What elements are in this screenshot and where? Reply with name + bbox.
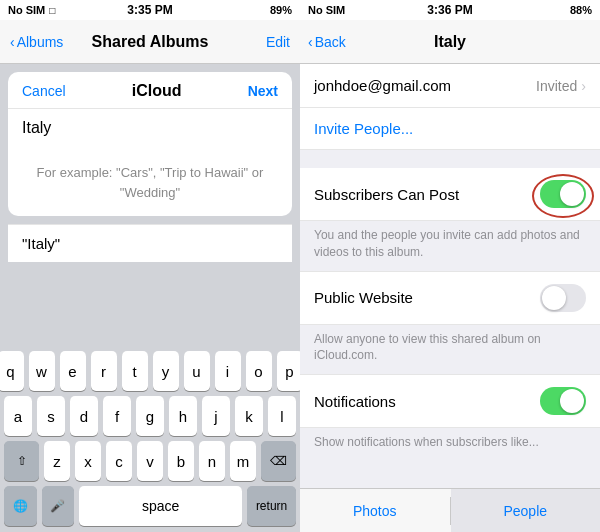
settings-list: jonhdoe@gmail.com Invited › Invite Peopl… xyxy=(300,64,600,532)
notifications-label: Notifications xyxy=(314,393,396,410)
albums-back-label: Albums xyxy=(17,34,64,50)
key-h[interactable]: h xyxy=(169,396,197,436)
public-website-description: Allow anyone to view this shared album o… xyxy=(300,325,600,375)
notifications-description: Show notifications when subscribers like… xyxy=(300,428,600,461)
key-n[interactable]: n xyxy=(199,441,225,481)
key-t[interactable]: t xyxy=(122,351,148,391)
icloud-hint-text: For example: "Cars", "Trip to Hawaii" or… xyxy=(8,147,292,216)
return-key[interactable]: return xyxy=(247,486,296,526)
invite-people-link[interactable]: Invite People... xyxy=(300,108,600,150)
key-v[interactable]: v xyxy=(137,441,163,481)
keyboard-row-1: q w e r t y u i o p xyxy=(4,351,296,391)
key-i[interactable]: i xyxy=(215,351,241,391)
time-left: 3:35 PM xyxy=(127,3,172,17)
carrier-left: No SIM □ xyxy=(8,4,55,16)
key-r[interactable]: r xyxy=(91,351,117,391)
albums-back-btn[interactable]: ‹ Albums xyxy=(10,34,63,50)
cancel-button[interactable]: Cancel xyxy=(22,83,66,99)
public-website-toggle[interactable] xyxy=(540,284,586,312)
key-c[interactable]: c xyxy=(106,441,132,481)
key-x[interactable]: x xyxy=(75,441,101,481)
italy-nav-bar: ‹ Back Italy xyxy=(300,20,600,64)
battery-label-left: 89% xyxy=(270,4,292,16)
battery-label-right: 88% xyxy=(570,4,592,16)
key-o[interactable]: o xyxy=(246,351,272,391)
icloud-dialog: Cancel iCloud Next For example: "Cars", … xyxy=(8,72,292,216)
subscribers-description: You and the people you invite can add ph… xyxy=(300,221,600,271)
left-panel: No SIM □ 3:35 PM 89% ‹ Albums Shared Alb… xyxy=(0,0,300,532)
icloud-dialog-title: iCloud xyxy=(132,82,182,100)
invited-label: Invited xyxy=(536,78,577,94)
right-icons-right: 88% xyxy=(570,4,592,16)
key-w[interactable]: w xyxy=(29,351,55,391)
shift-key[interactable]: ⇧ xyxy=(4,441,39,481)
carrier-right: No SIM xyxy=(308,4,345,16)
bottom-tab-bar: Photos People xyxy=(300,488,600,532)
italy-suggestion[interactable]: "Italy" xyxy=(8,224,292,262)
public-website-label: Public Website xyxy=(314,289,413,306)
key-a[interactable]: a xyxy=(4,396,32,436)
section-gap-1 xyxy=(300,150,600,168)
subscribers-can-post-label: Subscribers Can Post xyxy=(314,186,459,203)
toggle-knob-notifications xyxy=(560,389,584,413)
key-s[interactable]: s xyxy=(37,396,65,436)
page-title: Italy xyxy=(434,33,466,51)
key-q[interactable]: q xyxy=(0,351,24,391)
key-z[interactable]: z xyxy=(44,441,70,481)
email-settings-item[interactable]: jonhdoe@gmail.com Invited › xyxy=(300,64,600,108)
icloud-dialog-header: Cancel iCloud Next xyxy=(8,72,292,109)
subscribers-can-post-item: Subscribers Can Post xyxy=(300,168,600,221)
chevron-right-icon: › xyxy=(581,78,586,94)
notifications-toggle[interactable] xyxy=(540,387,586,415)
toggle-knob-public xyxy=(542,286,566,310)
right-panel: No SIM 3:36 PM 88% ‹ Back Italy jonhdoe@… xyxy=(300,0,600,532)
icloud-input-area xyxy=(8,109,292,147)
key-m[interactable]: m xyxy=(230,441,256,481)
back-label: Back xyxy=(315,34,346,50)
public-website-item: Public Website xyxy=(300,271,600,325)
album-name-input[interactable] xyxy=(22,119,278,137)
keyboard: q w e r t y u i o p a s d f g h j k l ⇧ … xyxy=(0,346,300,532)
keyboard-row-3: ⇧ z x c v b n m ⌫ xyxy=(4,441,296,481)
edit-btn[interactable]: Edit xyxy=(266,34,290,50)
space-key[interactable]: space xyxy=(79,486,242,526)
key-u[interactable]: u xyxy=(184,351,210,391)
people-tab[interactable]: People xyxy=(451,489,601,532)
keyboard-bottom-row: 🌐 🎤 space return xyxy=(4,486,296,526)
right-icons-left: 89% xyxy=(270,4,292,16)
key-f[interactable]: f xyxy=(103,396,131,436)
mic-key[interactable]: 🎤 xyxy=(42,486,75,526)
key-y[interactable]: y xyxy=(153,351,179,391)
key-b[interactable]: b xyxy=(168,441,194,481)
wifi-icon: □ xyxy=(49,5,55,16)
back-button[interactable]: ‹ Back xyxy=(308,34,346,50)
time-right: 3:36 PM xyxy=(427,3,472,17)
toggle-knob-subscribers xyxy=(560,182,584,206)
key-k[interactable]: k xyxy=(235,396,263,436)
key-d[interactable]: d xyxy=(70,396,98,436)
albums-nav-bar: ‹ Albums Shared Albums Edit xyxy=(0,20,300,64)
key-e[interactable]: e xyxy=(60,351,86,391)
subscribers-toggle[interactable] xyxy=(540,180,586,208)
status-bar-right: No SIM 3:36 PM 88% xyxy=(300,0,600,20)
keyboard-row-2: a s d f g h j k l xyxy=(4,396,296,436)
key-j[interactable]: j xyxy=(202,396,230,436)
email-value: jonhdoe@gmail.com xyxy=(314,77,451,94)
email-status: Invited › xyxy=(536,78,586,94)
key-g[interactable]: g xyxy=(136,396,164,436)
notifications-item: Notifications xyxy=(300,374,600,428)
next-button[interactable]: Next xyxy=(248,83,278,99)
key-l[interactable]: l xyxy=(268,396,296,436)
no-sim-label: No SIM xyxy=(8,4,45,16)
chevron-back-icon: ‹ xyxy=(308,34,313,50)
backspace-key[interactable]: ⌫ xyxy=(261,441,296,481)
photos-tab[interactable]: Photos xyxy=(300,489,450,532)
chevron-left-icon: ‹ xyxy=(10,34,15,50)
globe-key[interactable]: 🌐 xyxy=(4,486,37,526)
suggestion-label: "Italy" xyxy=(22,235,60,252)
subscribers-toggle-highlight xyxy=(540,180,586,208)
shared-albums-title: Shared Albums xyxy=(92,33,209,51)
status-bar-left: No SIM □ 3:35 PM 89% xyxy=(0,0,300,20)
key-p[interactable]: p xyxy=(277,351,303,391)
